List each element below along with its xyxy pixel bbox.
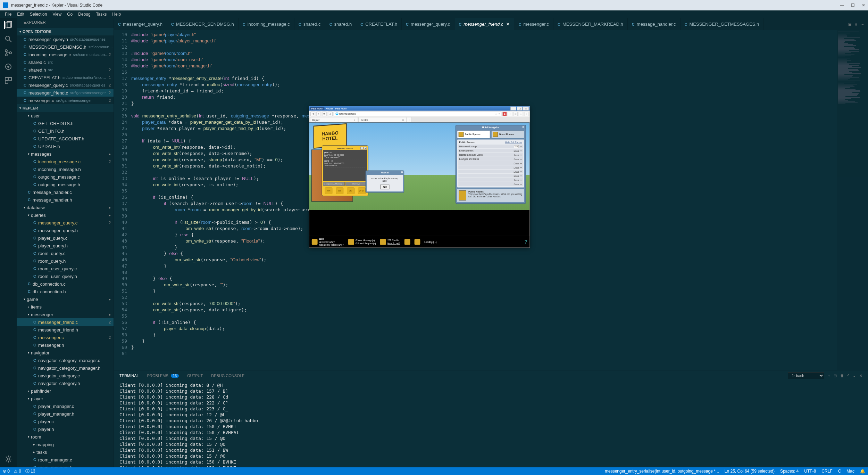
open-editor-item[interactable]: Cmessenger_query.csrc\database\queries2 (17, 81, 114, 89)
maximize-button[interactable]: ☐ (851, 3, 855, 8)
file-item[interactable]: Croom_manager.h (17, 464, 114, 467)
devtools-icon[interactable]: ◇ (519, 112, 523, 116)
file-item[interactable]: Cplayer.h (17, 425, 114, 433)
nav-room-item[interactable]: EntertainmentOpen▸▸ (458, 149, 523, 153)
menu-go[interactable]: Go (65, 11, 75, 17)
file-item[interactable]: CGET_CREDITS.h (17, 120, 114, 127)
open-editor-item[interactable]: Cincoming_message.csrc\communication\mes… (17, 51, 114, 58)
catalogue-icon[interactable] (404, 239, 410, 245)
editor-tab[interactable]: CCREATEFLAT.h (356, 18, 402, 30)
diff-icon[interactable]: ⫵ (855, 22, 857, 27)
folder-messages[interactable]: messages● (17, 150, 114, 158)
nav-room-item[interactable]: Open▸▸ (458, 174, 523, 178)
navigator-close-icon[interactable]: ✕ (522, 126, 524, 129)
open-editor-item[interactable]: Cshared.csrc (17, 58, 114, 66)
folder-pathfinder[interactable]: pathfinder (17, 387, 114, 395)
remove-friend-button[interactable]: Remove (345, 182, 367, 186)
browser-titlebar[interactable]: Pale Moon Kepler - Pale Moon — ☐ ✕ (309, 106, 530, 111)
folder-mapping[interactable]: mapping (17, 441, 114, 448)
folder-player[interactable]: player (17, 395, 114, 402)
terminal-output[interactable]: Client [0.0.0.0] incoming data: 8 / @H C… (114, 381, 868, 467)
status-notifications-icon[interactable]: 🔔 (860, 469, 865, 474)
file-item[interactable]: Cplayer_query.c (17, 234, 114, 242)
room-action-button[interactable]: Open (514, 154, 519, 156)
nav-room-item[interactable]: Open▸▸ (458, 170, 523, 173)
console-close-icon[interactable]: x (364, 147, 367, 149)
file-item[interactable]: Cmessenger_friend.h (17, 326, 114, 334)
update-habbo-link[interactable]: Update My Habbo ID >> (319, 243, 344, 246)
status-language[interactable]: C (838, 469, 841, 474)
menu-tasks[interactable]: Tasks (94, 11, 109, 17)
file-item[interactable]: Cincoming_message.c2 (17, 158, 114, 165)
search-icon[interactable] (4, 35, 12, 43)
room-action-button[interactable]: Go (514, 145, 519, 148)
friend-entry[interactable]: mark - ⊟Last Visit: 00-00-0000"u wot br0… (324, 159, 366, 167)
url-bar[interactable]: 🌐http://localhost/☆▾ (334, 112, 501, 116)
room-action-button[interactable]: Open (514, 162, 519, 164)
room-action-button[interactable]: Open (514, 179, 519, 181)
friend-entry[interactable]: john - ⊟Last Visit: 00-00-0000"I'm a new… (324, 151, 366, 159)
browser-tab[interactable]: Kepler✕ (310, 117, 358, 122)
navigator-window[interactable]: Hotel Navigator✕ Public Spaces Guest Roo… (456, 125, 526, 204)
console-title[interactable]: Habbo Console_x (323, 147, 367, 150)
avatar-icon[interactable] (312, 239, 318, 245)
editor-tab[interactable]: CMESSENGER_MARKREAD.h (553, 18, 628, 30)
console-tab-myn[interactable]: MYN (325, 188, 332, 194)
compose-message-button[interactable]: Compose A Message (323, 182, 344, 186)
editor-tab[interactable]: Cmessenger.c (514, 18, 553, 30)
editor-tab[interactable]: Cmessage_handler.c (628, 18, 681, 30)
terminal-tab[interactable]: TERMINAL (119, 374, 139, 378)
file-item[interactable]: Croom_manager.c (17, 456, 114, 464)
menu-selection[interactable]: Selection (28, 11, 49, 17)
folder-database[interactable]: database● (17, 204, 114, 211)
panel-chevron-icon[interactable]: ⌄ (853, 374, 856, 378)
file-item[interactable]: Cmessenger_friend.c2 (17, 318, 114, 326)
editor-tab[interactable]: Cmessenger_friend.c✕ (454, 18, 514, 30)
tab-close-icon[interactable]: ✕ (506, 22, 510, 27)
public-spaces-tab[interactable]: Public Spaces (457, 130, 490, 138)
notice-ok-button[interactable]: OK (380, 185, 389, 189)
open-editor-item[interactable]: Cshared.hsrc2 (17, 66, 114, 74)
editor-tab[interactable]: CMESSENGER_SENDMSG.h (167, 18, 239, 30)
editor-tab[interactable]: Cshared.h (325, 18, 357, 30)
open-editor-item[interactable]: Cmessenger.csrc\game\messenger2 (17, 97, 114, 104)
hide-full-rooms-link[interactable]: Hide Full Rooms (505, 141, 522, 144)
adblock-icon[interactable]: ◐ (502, 112, 507, 116)
minimap[interactable] (837, 30, 868, 370)
more-actions-icon[interactable]: ⋯ (860, 22, 865, 27)
file-item[interactable]: Cdb_connection.h (17, 288, 114, 295)
status-info[interactable]: ⓘ 13 (25, 468, 35, 474)
status-warnings[interactable]: ⚠ 0 (14, 469, 21, 474)
file-item[interactable]: Cmessenger.c2 (17, 334, 114, 341)
nav-room-item[interactable]: Lounges and ClubsOpen▸▸ (458, 157, 523, 161)
search-dropdown-icon[interactable]: ▾ (508, 112, 512, 116)
status-encoding[interactable]: UTF-8 (804, 469, 816, 474)
explorer-icon[interactable] (4, 21, 12, 29)
forward-button[interactable]: ► (316, 112, 321, 116)
room-action-button[interactable]: Open (514, 166, 519, 169)
file-item[interactable]: Cmessenger.h (17, 341, 114, 349)
output-tab[interactable]: OUTPUT (187, 374, 203, 378)
project-section[interactable]: KEPLER (17, 104, 114, 112)
source-control-icon[interactable] (4, 49, 12, 57)
debug-icon[interactable] (4, 63, 12, 71)
menu-help[interactable]: Help (110, 11, 123, 17)
minimize-button[interactable]: — (840, 3, 844, 8)
url-dropdown-icon[interactable]: ▾ (499, 112, 500, 115)
room-action-button[interactable]: Open (514, 149, 519, 152)
room-action-button[interactable]: Open (514, 183, 519, 185)
folder-tasks[interactable]: tasks (17, 448, 114, 456)
open-editor-item[interactable]: CCREATEFLAT.hsrc\communication\incoming\… (17, 74, 114, 81)
menu-debug[interactable]: Debug (76, 11, 92, 17)
status-spaces[interactable]: Spaces: 4 (780, 469, 799, 474)
help-icon[interactable]: ? (524, 239, 527, 245)
folder-messenger[interactable]: messenger● (17, 311, 114, 318)
file-item[interactable]: Cnavigator_category_manager.h (17, 364, 114, 372)
notice-dialog[interactable]: Notice!✕ come to the Kepler server, alex… (366, 170, 404, 193)
room-action-button[interactable]: Open (514, 158, 519, 160)
folder-room[interactable]: room (17, 433, 114, 441)
folder-user[interactable]: user (17, 112, 114, 120)
status-eol[interactable]: CRLF (821, 469, 832, 474)
panel-close-icon[interactable]: ✕ (859, 374, 862, 378)
open-editor-item[interactable]: Cmessenger_query.hsrc\database\queries (17, 35, 114, 43)
